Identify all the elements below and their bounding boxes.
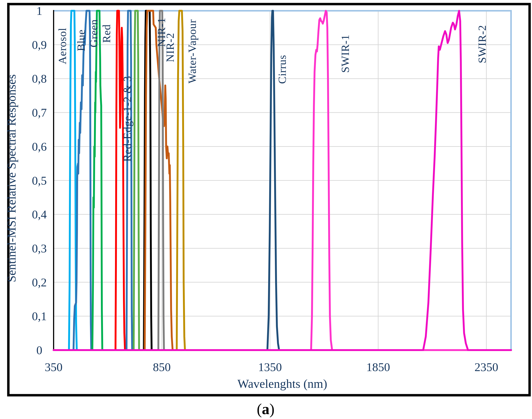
y-tick-label: 0,4 — [32, 208, 47, 221]
y-tick-label: 0 — [36, 344, 42, 357]
x-tick-label: 1850 — [366, 361, 390, 374]
caption-close-paren: ) — [270, 401, 274, 418]
x-tick-label: 1350 — [258, 361, 282, 374]
y-tick-label: 0,2 — [32, 276, 47, 289]
spectral-response-chart: AerosolBlueGreenRedRed-Edge-1-2 & 3NIR-1… — [0, 0, 532, 419]
y-tick-label: 0,9 — [32, 38, 47, 52]
x-axis-title: Wavelenghts (nm) — [237, 377, 327, 391]
y-tick-label: 0,7 — [32, 106, 47, 119]
y-tick-label: 0,5 — [32, 174, 47, 187]
band-label-red-edge-1: Red-Edge-1-2 & 3 — [121, 76, 133, 162]
caption-open-paren: ( — [257, 401, 262, 418]
band-label-green: Green — [87, 19, 100, 48]
y-axis-title: Sentinel-MSI Relative Spectral Responses — [5, 74, 18, 282]
x-tick-label: 850 — [153, 361, 171, 374]
y-tick-label: 0,8 — [32, 72, 47, 85]
figure-page: AerosolBlueGreenRedRed-Edge-1-2 & 3NIR-1… — [0, 0, 532, 419]
band-label-swir-1: SWIR-1 — [339, 35, 351, 73]
figure-caption: (a) — [257, 401, 274, 418]
band-label-cirrus: Cirrus — [276, 55, 288, 84]
caption-letter: a — [262, 401, 270, 418]
y-tick-label: 1 — [36, 4, 42, 17]
band-label-blue: Blue — [75, 29, 87, 51]
x-tick-label: 350 — [45, 361, 62, 374]
band-label-swir-2: SWIR-2 — [476, 25, 488, 63]
figure-outer-border — [8, 4, 530, 395]
y-tick-label: 0,3 — [32, 242, 47, 255]
y-tick-label: 0,6 — [32, 140, 47, 153]
band-label-water-vapour: Water-Vapour — [186, 19, 198, 84]
x-tick-label: 2350 — [474, 361, 498, 374]
band-label-red: Red — [100, 24, 112, 43]
y-tick-label: 0,1 — [32, 310, 47, 323]
band-label-aerosol: Aerosol — [56, 28, 68, 64]
band-label-nir-2: NIR-2 — [164, 33, 176, 62]
